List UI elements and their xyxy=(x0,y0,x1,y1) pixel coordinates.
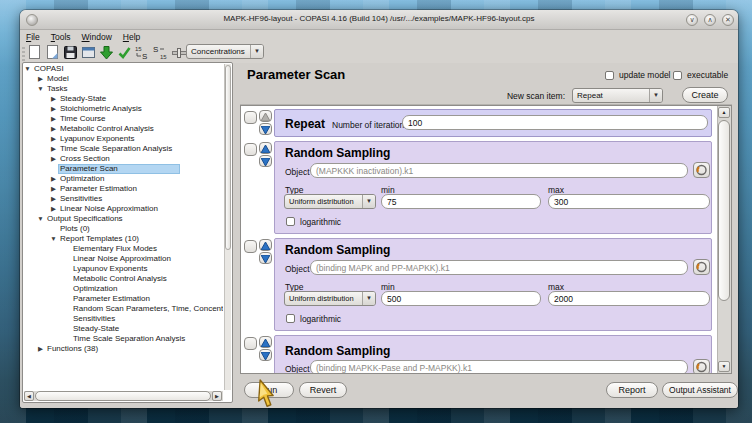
tree-item-parameter-estimation[interactable]: ▶Parameter Estimation xyxy=(23,184,223,194)
expander-closed-icon[interactable]: ▶ xyxy=(49,104,58,114)
menu-item-file[interactable]: File xyxy=(26,32,40,42)
tree-v-scroll-thumb[interactable] xyxy=(225,65,231,250)
expander-closed-icon[interactable]: ▶ xyxy=(49,154,58,164)
expander-closed-icon[interactable]: ▶ xyxy=(36,74,45,84)
move-down-button[interactable] xyxy=(259,155,272,167)
scroll-down-button[interactable]: ▼ xyxy=(718,361,730,372)
tree-item-parameter-estimation[interactable]: Parameter Estimation xyxy=(23,294,223,304)
tree-item-label[interactable]: Parameter Estimation xyxy=(58,184,139,194)
tree-item-label[interactable]: Time Scale Separation Analysis xyxy=(71,334,187,344)
object-input[interactable] xyxy=(310,360,688,374)
tree-h-scrollbar[interactable]: ◀ ▶ xyxy=(24,391,223,401)
tree-item-label[interactable]: Cross Section xyxy=(58,154,112,164)
open-file-icon[interactable] xyxy=(44,44,61,61)
chevron-down-icon[interactable]: ▼ xyxy=(649,89,662,102)
expander-closed-icon[interactable]: ▶ xyxy=(49,94,58,104)
object-select-button[interactable] xyxy=(693,359,710,374)
tree-item-elementary-flux-modes[interactable]: Elementary Flux Modes xyxy=(23,244,223,254)
expander-open-icon[interactable]: ▼ xyxy=(36,214,45,224)
tree-item-functions-38[interactable]: ▶Functions (38) xyxy=(23,344,223,354)
expander-closed-icon[interactable]: ▶ xyxy=(49,194,58,204)
move-down-button[interactable] xyxy=(259,123,272,135)
remove-item-button[interactable] xyxy=(244,337,257,350)
remove-item-button[interactable] xyxy=(244,111,257,124)
tree-item-time-scale-separation-analysis[interactable]: ▶Time Scale Separation Analysis xyxy=(23,144,223,154)
tree-item-label[interactable]: Output Specifications xyxy=(45,214,125,224)
tree-item-label[interactable]: Parameter Estimation xyxy=(71,294,152,304)
tree-item-sensitivities[interactable]: ▶Sensitivities xyxy=(23,194,223,204)
tree-item-linear-noise-approximation[interactable]: Linear Noise Approximation xyxy=(23,254,223,264)
tree-item-stoichiometric-analysis[interactable]: ▶Stoichiometric Analysis xyxy=(23,104,223,114)
tree-item-time-scale-separation-analysis[interactable]: Time Scale Separation Analysis xyxy=(23,334,223,344)
maximize-button[interactable]: ∧ xyxy=(704,14,716,26)
tree-item-label[interactable]: Metabolic Control Analysis xyxy=(71,274,169,284)
move-up-button[interactable] xyxy=(259,142,272,154)
tree-item-report-templates-10[interactable]: ▼Report Templates (10) xyxy=(23,234,223,244)
tree-item-label[interactable]: Lyapunov Exponents xyxy=(71,264,149,274)
title-bar[interactable]: MAPK-HF96-layout - COPASI 4.16 (Build 10… xyxy=(20,10,738,30)
tree-item-label[interactable]: Random Scan Parameters, Time, Concentrat… xyxy=(71,304,223,314)
tree-item-metabolic-control-analysis[interactable]: ▶Metabolic Control Analysis xyxy=(23,124,223,134)
report-button[interactable]: Report xyxy=(606,382,658,398)
distribution-combo[interactable]: Uniform distribution ▼ xyxy=(284,291,376,306)
tree-item-label[interactable]: Linear Noise Approximation xyxy=(71,254,173,264)
move-down-button[interactable] xyxy=(259,252,272,264)
apply-check-icon[interactable] xyxy=(116,44,133,61)
close-button[interactable]: ✕ xyxy=(722,14,734,26)
chevron-down-icon[interactable]: ▼ xyxy=(362,195,375,208)
expander-closed-icon[interactable]: ▶ xyxy=(49,124,58,134)
units-combo[interactable]: Concentrations ▼ xyxy=(186,44,264,59)
min-input[interactable] xyxy=(381,194,541,209)
tree-item-optimization[interactable]: ▶Optimization xyxy=(23,174,223,184)
tree-item-label[interactable]: Steady-State xyxy=(71,324,121,334)
tree-item-steady-state[interactable]: Steady-State xyxy=(23,324,223,334)
expander-closed-icon[interactable]: ▶ xyxy=(49,114,58,124)
tree-item-lyapunov-exponents[interactable]: ▶Lyapunov Exponents xyxy=(23,134,223,144)
tree-h-scroll-thumb[interactable] xyxy=(35,391,211,401)
tree-item-label[interactable]: Metabolic Control Analysis xyxy=(58,124,156,134)
menu-item-tools[interactable]: Tools xyxy=(51,32,71,42)
tree-item-label[interactable]: Sensitivities xyxy=(71,314,117,324)
remove-item-button[interactable] xyxy=(244,240,257,253)
tree-item-linear-noise-approximation[interactable]: ▶Linear Noise Approximation xyxy=(23,204,223,214)
tree-item-time-course[interactable]: ▶Time Course xyxy=(23,114,223,124)
tree-item-label[interactable]: Lyapunov Exponents xyxy=(58,134,136,144)
expander-closed-icon[interactable]: ▶ xyxy=(49,174,58,184)
remove-item-button[interactable] xyxy=(244,143,257,156)
tree-item-label[interactable]: Time Scale Separation Analysis xyxy=(58,144,174,154)
tree-item-label[interactable]: Plots (0) xyxy=(58,224,92,234)
tree-item-cross-section[interactable]: ▶Cross Section xyxy=(23,154,223,164)
logarithmic-checkbox[interactable] xyxy=(286,217,295,226)
chevron-down-icon[interactable]: ▼ xyxy=(250,45,263,58)
revert-button[interactable]: Revert xyxy=(299,382,347,398)
expander-closed-icon[interactable]: ▶ xyxy=(49,204,58,214)
executable-checkbox[interactable] xyxy=(673,71,682,80)
object-select-button[interactable] xyxy=(693,162,710,178)
tree-item-steady-state[interactable]: ▶Steady-State xyxy=(23,94,223,104)
tree-item-label[interactable]: Optimization xyxy=(58,174,106,184)
tree-item-label[interactable]: Stoichiometric Analysis xyxy=(58,104,144,114)
update-model-checkbox[interactable] xyxy=(605,71,614,80)
capture-image-icon[interactable] xyxy=(80,44,97,61)
expander-open-icon[interactable]: ▼ xyxy=(49,234,58,244)
distribution-combo[interactable]: Uniform distribution ▼ xyxy=(284,194,376,209)
expander-open-icon[interactable]: ▼ xyxy=(36,84,45,94)
max-input[interactable] xyxy=(548,291,710,306)
create-button[interactable]: Create xyxy=(682,87,728,103)
shade-button[interactable]: ∨ xyxy=(686,14,698,26)
output-assistant-button[interactable]: Output Assistant xyxy=(662,382,738,398)
tree-item-label[interactable]: Functions (38) xyxy=(45,344,100,354)
new-file-icon[interactable] xyxy=(26,44,43,61)
scroll-thumb[interactable] xyxy=(718,120,730,301)
min-input[interactable] xyxy=(381,291,541,306)
tree-item-label[interactable]: Steady-State xyxy=(58,94,108,104)
tree-item-label[interactable]: Optimization xyxy=(71,284,119,294)
tree-item-label[interactable]: Elementary Flux Modes xyxy=(71,244,159,254)
slider-icon[interactable] xyxy=(170,44,187,61)
import-arrow-icon[interactable] xyxy=(98,44,115,61)
tree-item-random-scan-parameters-time-concentrations[interactable]: Random Scan Parameters, Time, Concentrat… xyxy=(23,304,223,314)
tree-item-label[interactable]: COPASI xyxy=(32,64,66,74)
tree-item-label[interactable]: Linear Noise Approximation xyxy=(58,204,160,214)
tree-v-scrollbar[interactable] xyxy=(224,64,231,390)
chevron-down-icon[interactable]: ▼ xyxy=(362,292,375,305)
